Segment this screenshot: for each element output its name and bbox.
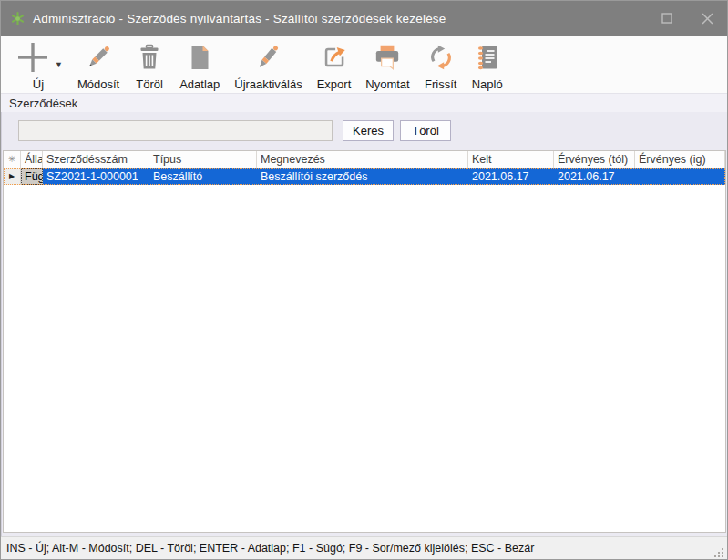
cell-kelt[interactable]: 2021.06.17 [468, 168, 554, 185]
printer-icon [371, 41, 404, 76]
title-bar[interactable]: Adminisztráció - Szerződés nyilvántartás… [1, 1, 727, 36]
document-icon [184, 42, 215, 76]
row-indicator-cell: ▶ [4, 168, 21, 185]
refresh-button-label: Frissít [425, 77, 456, 92]
log-icon [472, 42, 503, 76]
column-header-kelt[interactable]: Kelt [468, 151, 554, 168]
search-button[interactable]: Keres [343, 120, 394, 141]
app-icon [10, 11, 26, 26]
delete-button[interactable]: Töröl [127, 37, 172, 93]
datasheet-button-label: Adatlap [179, 77, 220, 92]
table-row[interactable]: ▶ Függő SZ2021-1-000001 Beszállító Beszá… [4, 168, 725, 185]
log-button[interactable]: Napló [465, 37, 510, 93]
asterisk-icon: ✳ [8, 154, 15, 164]
cell-allapot[interactable]: Függő [21, 168, 43, 185]
column-header-szerzodesszam[interactable]: Szerződésszám [43, 151, 149, 168]
datasheet-button[interactable]: Adatlap [172, 37, 227, 93]
trash-icon [134, 42, 165, 76]
chevron-down-icon[interactable]: ▼ [55, 60, 63, 69]
column-header-tipus[interactable]: Típus [149, 151, 257, 168]
column-header-megnevezes[interactable]: Megnevezés [257, 151, 468, 168]
status-bar: INS - Új; Alt-M - Módosít; DEL - Töröl; … [1, 536, 727, 559]
cell-megnevezes[interactable]: Beszállítói szerződés [257, 168, 468, 185]
contracts-panel: Keres Töröl ✳ Álla Szerződésszám Típus M… [1, 112, 727, 536]
column-header-ervenyes-tol[interactable]: Érvényes (tól) [554, 151, 635, 168]
cell-tipus[interactable]: Beszállító [149, 168, 257, 185]
pencil-icon [82, 41, 115, 76]
window-title: Adminisztráció - Szerződés nyilvántartás… [33, 12, 446, 25]
table-header: ✳ Álla Szerződésszám Típus Megnevezés Ke… [4, 151, 725, 168]
search-input[interactable] [18, 120, 333, 141]
toolbar: ▼ Új Módosít [1, 36, 727, 94]
refresh-button[interactable]: Frissít [417, 37, 465, 93]
contracts-table: ✳ Álla Szerződésszám Típus Megnevezés Ke… [3, 150, 726, 533]
print-button[interactable]: Nyomtat [358, 37, 416, 93]
export-button-label: Export [317, 77, 352, 92]
window-controls [647, 1, 727, 36]
table-empty-area [4, 185, 725, 532]
column-header-ervenyes-ig[interactable]: Érvényes (ig) [635, 151, 725, 168]
maximize-button[interactable] [647, 1, 687, 36]
modify-button[interactable]: Módosít [70, 37, 127, 93]
delete-button-label: Töröl [136, 77, 163, 92]
column-header-allapot[interactable]: Álla [21, 151, 43, 168]
clear-search-button[interactable]: Töröl [400, 120, 451, 141]
header-selector-cell[interactable]: ✳ [4, 151, 21, 168]
modify-button-label: Módosít [77, 77, 119, 92]
plus-icon [14, 38, 52, 79]
reactivate-button[interactable]: Újraaktiválás [227, 37, 309, 93]
cell-ervenyes-tol[interactable]: 2021.06.17 [554, 168, 635, 185]
new-button[interactable]: ▼ Új [6, 37, 70, 93]
export-icon [317, 41, 350, 76]
reactivate-button-label: Újraaktiválás [234, 77, 302, 92]
group-label: Szerződések [1, 94, 727, 112]
resize-grip[interactable] [713, 546, 725, 559]
pencil-icon [251, 41, 284, 76]
new-button-label: Új [33, 77, 44, 92]
cell-ervenyes-ig[interactable] [635, 168, 725, 185]
status-text: INS - Új; Alt-M - Módosít; DEL - Töröl; … [6, 542, 534, 555]
export-button[interactable]: Export [310, 37, 359, 93]
arrow-icon: ▶ [9, 172, 15, 180]
close-button[interactable] [687, 1, 727, 36]
cell-szerzodesszam[interactable]: SZ2021-1-000001 [43, 168, 149, 185]
app-window: Adminisztráció - Szerződés nyilvántartás… [0, 0, 728, 560]
refresh-icon [425, 41, 457, 76]
log-button-label: Napló [472, 77, 503, 92]
search-row: Keres Töröl [2, 112, 727, 150]
print-button-label: Nyomtat [365, 77, 409, 92]
